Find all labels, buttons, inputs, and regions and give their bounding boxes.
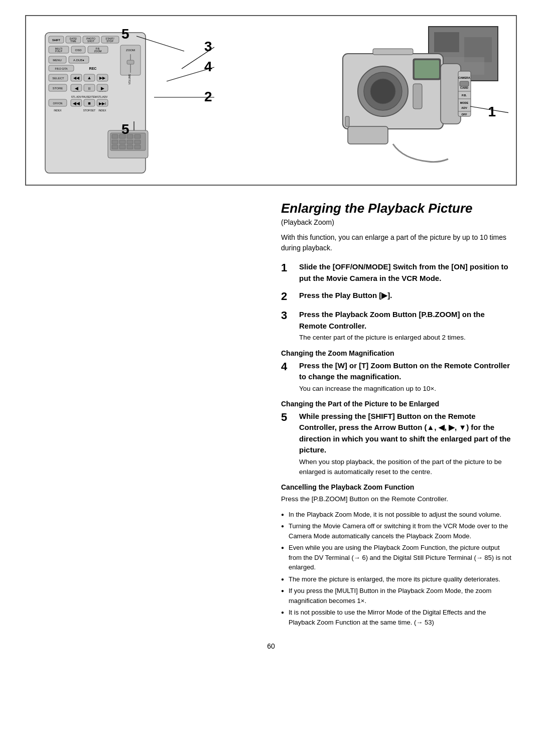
diagram-section: SHIFT DATE/ TIME PHOTO SHOT START/ STOP … (25, 15, 517, 186)
svg-text:OFF: OFF (462, 113, 468, 116)
step-main-5: While pressing the [SHIFT] Button on the… (299, 412, 511, 455)
svg-text:▶: ▶ (101, 86, 104, 91)
svg-rect-77 (112, 145, 118, 149)
step-sub-3: The center part of the picture is enlarg… (299, 333, 512, 343)
camera-svg: CAMERA VCR CARD P.B. MODE ADV OFF (293, 24, 503, 179)
step-2: 2 Press the Play Button [▶]. (281, 290, 512, 303)
svg-text:INDEX: INDEX (98, 109, 106, 112)
svg-text:II: II (88, 86, 90, 91)
svg-text:▲: ▲ (87, 75, 92, 80)
svg-text:REC: REC (89, 67, 97, 70)
svg-text:P.IN.P: P.IN.P (55, 50, 62, 53)
svg-text:SHOT: SHOT (87, 40, 94, 43)
step-3: 3 Press the Playback Zoom Button [P.B.ZO… (281, 309, 512, 343)
note-item-2: Turning the Movie Camera off or switchin… (281, 521, 512, 541)
page-number: 60 (25, 642, 517, 650)
note-item-6: It is not possible to use the Mirror Mod… (281, 608, 512, 627)
note-item-3: Even while you are using the Playback Zo… (281, 543, 512, 572)
step-main-2: Press the Play Button [▶]. (299, 291, 392, 299)
svg-text:STOP: STOP (106, 40, 113, 43)
step-content-4: Press the [W] or [T] Zoom Button on the … (299, 360, 512, 394)
svg-rect-104 (460, 81, 469, 86)
svg-rect-78 (119, 145, 125, 149)
step-main-1: Slide the [OFF/ON/MODE] Switch from the … (299, 262, 508, 282)
diagram-num-5-bottom: 5 (121, 121, 129, 137)
svg-text:STORE: STORE (53, 87, 63, 90)
svg-text:CARD: CARD (460, 86, 468, 89)
svg-rect-107 (345, 116, 349, 126)
svg-text:ZOOM: ZOOM (126, 49, 135, 52)
step-1: 1 Slide the [OFF/ON/MODE] Switch from th… (281, 261, 512, 284)
svg-text:INDEX: INDEX (54, 109, 62, 112)
svg-text:SELECT: SELECT (52, 77, 64, 80)
step-num-1: 1 (281, 261, 299, 274)
sub-header-part: Changing the Part of the Picture to be E… (281, 400, 512, 408)
diagram-num-5-top: 5 (121, 26, 129, 42)
svg-point-88 (370, 79, 395, 104)
svg-rect-92 (441, 64, 461, 124)
cancelling-text: Press the [P.B.ZOOM] Button on the Remot… (281, 494, 512, 504)
notes-list: In the Playback Zoom Mode, it is not pos… (281, 510, 512, 628)
svg-rect-105 (413, 84, 422, 109)
content-section: Enlarging the Playback Picture (Playback… (25, 201, 517, 627)
section-title: Enlarging the Playback Picture (281, 201, 512, 216)
svg-text:STOP/SET: STOP/SET (83, 109, 96, 112)
diagram-num-3: 3 (204, 39, 212, 55)
step-5: 5 While pressing the [SHIFT] Button on t… (281, 411, 512, 478)
intro-text: With this function, you can enlarge a pa… (281, 232, 512, 253)
svg-rect-106 (348, 126, 388, 144)
svg-text:OSD: OSD (75, 49, 82, 52)
svg-text:STL ADV: STL ADV (71, 95, 82, 98)
camera-drawing: CAMERA VCR CARD P.B. MODE ADV OFF (293, 24, 508, 184)
diagram-num-4: 4 (204, 59, 212, 75)
svg-text:P.B.D GITA: P.B.D GITA (55, 67, 68, 70)
svg-text:◀◀: ◀◀ (73, 101, 80, 106)
svg-text:PAUSE/ITEM: PAUSE/ITEM (82, 95, 97, 98)
svg-text:STL/ADV: STL/ADV (97, 95, 108, 98)
step-4: 4 Press the [W] or [T] Zoom Button on th… (281, 360, 512, 394)
step-content-1: Slide the [OFF/ON/MODE] Switch from the … (299, 261, 512, 284)
svg-text:CAMERA: CAMERA (458, 76, 470, 79)
svg-rect-79 (127, 145, 133, 149)
step-num-5: 5 (281, 411, 299, 424)
svg-text:◀: ◀ (75, 86, 78, 91)
note-item-1: In the Playback Zoom Mode, it is not pos… (281, 510, 512, 520)
step-content-2: Press the Play Button [▶]. (299, 290, 512, 301)
svg-text:VOLUME: VOLUME (128, 74, 131, 85)
step-content-3: Press the Playback Zoom Button [P.B.ZOOM… (299, 309, 512, 343)
step-main-3: Press the Playback Zoom Button [P.B.ZOOM… (299, 310, 485, 330)
step-sub-4: You can increase the magnification up to… (299, 384, 512, 394)
svg-text:P.B.: P.B. (462, 94, 467, 97)
svg-rect-23 (127, 60, 134, 64)
svg-text:▶▶I: ▶▶I (99, 101, 106, 106)
section-title-area: Enlarging the Playback Picture (Playback… (281, 201, 512, 627)
section-subtitle: (Playback Zoom) (281, 218, 512, 226)
svg-text:OFF/ON: OFF/ON (53, 102, 63, 105)
page: SHIFT DATE/ TIME PHOTO SHOT START/ STOP … (0, 0, 542, 756)
svg-text:ADV: ADV (461, 106, 467, 109)
step-main-4: Press the [W] or [T] Zoom Button on the … (299, 361, 510, 381)
svg-rect-69 (112, 134, 118, 138)
svg-text:■: ■ (88, 101, 90, 106)
svg-rect-90 (415, 60, 439, 78)
step-num-2: 2 (281, 290, 299, 303)
svg-text:▶▶: ▶▶ (99, 76, 106, 80)
svg-text:A.DUB●: A.DUB● (73, 59, 84, 62)
note-item-4: The more the picture is enlarged, the mo… (281, 574, 512, 584)
svg-text:ZOOM: ZOOM (94, 50, 102, 53)
svg-rect-72 (134, 134, 141, 138)
sub-header-zoom: Changing the Zoom Magnification (281, 349, 512, 357)
svg-rect-80 (134, 145, 141, 149)
svg-text:MENU: MENU (53, 59, 62, 62)
svg-text:◀◀: ◀◀ (73, 76, 80, 80)
svg-text:MODE: MODE (460, 101, 469, 104)
svg-rect-75 (127, 140, 133, 144)
svg-rect-73 (112, 140, 118, 144)
svg-rect-74 (119, 140, 125, 144)
remote-svg: SHIFT DATE/ TIME PHOTO SHOT START/ STOP … (43, 30, 196, 178)
svg-rect-76 (134, 140, 141, 144)
diagram-num-1: 1 (488, 104, 496, 120)
step-num-4: 4 (281, 360, 299, 373)
svg-text:TIME: TIME (70, 40, 77, 43)
diagram-num-2: 2 (204, 89, 212, 105)
